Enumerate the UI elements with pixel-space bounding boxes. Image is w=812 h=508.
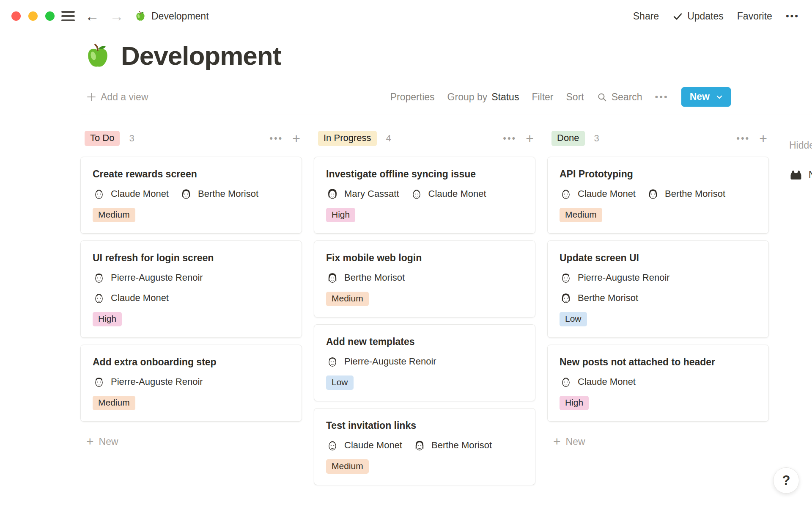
assignee-name: Claude Monet	[344, 440, 402, 451]
zoom-window-button[interactable]	[45, 11, 55, 21]
monet-avatar	[326, 439, 339, 452]
column-add-button[interactable]: +	[526, 132, 534, 145]
card[interactable]: Test invitation links Claude Monet Berth…	[314, 408, 535, 485]
close-window-button[interactable]	[11, 11, 21, 21]
group-by-button[interactable]: Group by Status	[447, 91, 519, 103]
assignee-list: Pierre-Auguste Renoir Claude Monet	[93, 271, 290, 304]
card[interactable]: Add new templates Pierre-Auguste Renoir …	[314, 324, 535, 401]
card[interactable]: Add extra onboarding step Pierre-Auguste…	[80, 345, 302, 422]
hidden-columns-section: Hidden columns No Status	[789, 140, 812, 182]
card[interactable]: API Prototyping Claude Monet Berthe Mori…	[547, 157, 769, 234]
card[interactable]: New posts not attached to header Claude …	[547, 345, 769, 422]
card-title: Investigate offline syncing issue	[326, 168, 523, 180]
assignee-list: Claude Monet Berthe Morisot	[326, 439, 523, 452]
renoir-avatar	[93, 271, 105, 284]
page-title[interactable]: Development	[121, 41, 281, 71]
card-title: Add extra onboarding step	[93, 356, 290, 368]
search-icon	[597, 92, 607, 102]
sort-button[interactable]: Sort	[566, 91, 584, 103]
toolbar-more-button[interactable]: •••	[655, 91, 669, 102]
back-arrow-icon[interactable]: ←	[85, 9, 99, 23]
column-add-button[interactable]: +	[292, 132, 300, 145]
priority-tag: High	[560, 396, 589, 410]
toolbar-divider	[81, 114, 812, 114]
assignee-list: Claude Monet Berthe Morisot	[93, 188, 290, 200]
card-title: New posts not attached to header	[560, 356, 757, 368]
card-title: UI refresh for login screen	[93, 252, 290, 264]
hidden-group-no-status[interactable]: No Status	[789, 168, 812, 182]
card-list: Investigate offline syncing issue Mary C…	[314, 157, 535, 485]
card[interactable]: Investigate offline syncing issue Mary C…	[314, 157, 535, 234]
forward-arrow-icon[interactable]: →	[110, 9, 124, 23]
minimize-window-button[interactable]	[28, 11, 38, 21]
filter-button[interactable]: Filter	[532, 91, 553, 103]
priority-tag: Medium	[560, 208, 602, 222]
assignee-name: Claude Monet	[578, 188, 636, 199]
column-add-button[interactable]: +	[759, 132, 767, 145]
card-title: Update screen UI	[560, 252, 757, 264]
column-chip[interactable]: Done	[551, 131, 585, 146]
assignee: Claude Monet	[560, 188, 636, 200]
column-more-button[interactable]: •••	[503, 133, 516, 144]
properties-button[interactable]: Properties	[390, 91, 435, 103]
assignee: Claude Monet	[93, 188, 169, 200]
column-header: Done 3 ••• +	[551, 130, 767, 146]
page-title-apple-icon[interactable]	[85, 43, 111, 69]
card[interactable]: Update screen UI Pierre-Auguste Renoir B…	[547, 240, 769, 338]
updates-button[interactable]: Updates	[672, 11, 724, 22]
new-card-button[interactable]: + New	[553, 435, 769, 448]
favorite-button[interactable]: Favorite	[737, 11, 772, 22]
assignee-list: Claude Monet	[560, 375, 757, 388]
assignee: Berthe Morisot	[326, 271, 405, 284]
topbar-more-button[interactable]: •••	[786, 11, 799, 22]
chevron-down-icon	[716, 93, 723, 101]
add-view-button[interactable]: Add a view	[86, 91, 148, 103]
plus-icon: +	[86, 435, 94, 448]
assignee: Pierre-Auguste Renoir	[326, 355, 436, 368]
assignee: Mary Cassatt	[326, 188, 399, 200]
assignee-name: Pierre-Auguste Renoir	[578, 272, 670, 283]
assignee-list: Pierre-Auguste Renoir Berthe Morisot	[560, 271, 757, 304]
check-icon	[672, 11, 683, 22]
assignee-list: Claude Monet Berthe Morisot	[560, 188, 757, 200]
card-title: API Prototyping	[560, 168, 757, 180]
search-button[interactable]: Search	[597, 91, 642, 103]
board-column-in-progress: In Progress 4 ••• + Investigate offline …	[314, 130, 535, 485]
new-button[interactable]: New	[681, 87, 731, 107]
priority-tag: High	[93, 312, 122, 326]
assignee: Claude Monet	[326, 439, 402, 452]
renoir-avatar	[326, 355, 339, 368]
morisot-avatar	[413, 439, 426, 452]
new-card-label: New	[99, 436, 118, 447]
column-chip[interactable]: To Do	[85, 131, 120, 146]
assignee: Pierre-Auguste Renoir	[93, 375, 203, 388]
monet-avatar	[560, 375, 572, 388]
morisot-avatar	[560, 292, 572, 304]
hidden-columns-label: Hidden columns	[789, 140, 812, 151]
assignee-name: Berthe Morisot	[198, 188, 258, 199]
card[interactable]: UI refresh for login screen Pierre-Augus…	[80, 240, 302, 338]
share-button[interactable]: Share	[633, 11, 659, 22]
assignee: Berthe Morisot	[560, 292, 638, 304]
renoir-avatar	[93, 375, 105, 388]
card[interactable]: Fix mobile web login Berthe Morisot Medi…	[314, 240, 535, 318]
view-toolbar: Add a view Properties Group by Status Fi…	[86, 87, 731, 107]
help-button[interactable]: ?	[773, 467, 799, 494]
new-card-button[interactable]: + New	[86, 435, 302, 448]
assignee-name: Pierre-Auguste Renoir	[111, 272, 203, 283]
column-more-button[interactable]: •••	[269, 133, 283, 144]
assignee-name: Berthe Morisot	[578, 293, 638, 304]
card[interactable]: Create rewards screen Claude Monet Berth…	[80, 157, 302, 234]
priority-tag: Medium	[326, 459, 369, 474]
column-chip[interactable]: In Progress	[318, 131, 377, 146]
morisot-avatar	[180, 188, 192, 200]
assignee-name: Berthe Morisot	[344, 272, 405, 283]
column-more-button[interactable]: •••	[736, 133, 750, 144]
sidebar-toggle-icon[interactable]	[61, 11, 75, 21]
plus-icon: +	[553, 435, 561, 448]
priority-tag: Medium	[93, 396, 135, 410]
column-count: 3	[129, 133, 134, 144]
assignee-list: Mary Cassatt Claude Monet	[326, 188, 523, 200]
breadcrumb[interactable]: Development	[135, 11, 209, 22]
monet-avatar	[93, 188, 105, 200]
